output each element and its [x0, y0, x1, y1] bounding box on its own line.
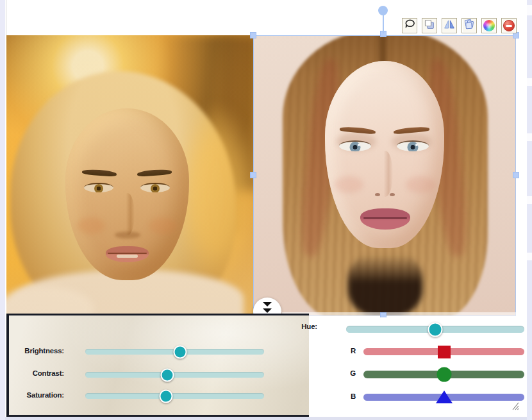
photo-art-nostril	[375, 193, 380, 196]
scrollbar-tick	[527, 5, 532, 15]
photo-art-face	[325, 61, 444, 248]
contrast-slider-thumb[interactable]	[161, 368, 174, 382]
chevron-down-icon	[263, 308, 272, 313]
photo-art-eye	[397, 140, 429, 151]
brightness-label: Brightness:	[8, 347, 64, 355]
green-channel-slider[interactable]	[363, 371, 524, 378]
scrollbar-tick	[527, 196, 532, 204]
selection-handle-mid-left[interactable]	[250, 172, 256, 178]
flip-horizontal-button[interactable]	[442, 18, 457, 33]
photo-editor-canvas: Brightness: Contrast: Saturation: Hue: R…	[0, 0, 532, 420]
photo-art-eye-highlight	[358, 144, 360, 146]
photo-art-eye-highlight	[415, 144, 418, 146]
brightness-slider[interactable]	[85, 349, 264, 355]
contrast-label: Contrast:	[8, 369, 64, 377]
blue-channel-slider-thumb[interactable]	[436, 391, 453, 403]
green-channel-slider-thumb[interactable]	[436, 367, 451, 382]
remove-button[interactable]	[501, 18, 517, 33]
photo-art-nose	[378, 151, 393, 197]
photo-art-lips	[360, 208, 410, 230]
scrollbar-tick	[527, 133, 532, 141]
canvas-edge-line	[6, 0, 6, 35]
scrollbar-track[interactable]	[527, 0, 532, 420]
photo-art-neck-shadow	[348, 251, 422, 316]
saturation-label: Saturation:	[8, 391, 64, 399]
lasso-select-button[interactable]	[402, 18, 417, 33]
photo-art-eye	[339, 140, 371, 151]
hue-label: Hue:	[285, 323, 317, 330]
photo-art-warm-overlay	[6, 35, 253, 317]
hue-slider[interactable]	[346, 326, 524, 333]
photo-art-mouth-line	[363, 217, 407, 219]
selection-handle-top-left[interactable]	[250, 32, 256, 38]
rotation-handle[interactable]	[378, 6, 388, 15]
duplicate-button[interactable]	[422, 18, 437, 33]
photo-art-blush	[334, 176, 363, 193]
photo-left-sunset-portrait[interactable]	[6, 35, 253, 317]
photo-art-nostril	[390, 193, 395, 196]
color-wheel-icon	[483, 20, 495, 31]
blue-channel-slider[interactable]	[363, 394, 524, 401]
photo-art-blush	[406, 176, 435, 193]
scrollbar-tick	[527, 78, 532, 86]
red-channel-slider-thumb[interactable]	[438, 346, 451, 358]
resize-grip-icon[interactable]	[510, 401, 520, 413]
images-stack-button[interactable]	[461, 18, 477, 33]
photo-right-studio-portrait[interactable]	[253, 35, 516, 316]
selection-bottom-fade	[282, 312, 517, 317]
green-channel-label: G	[330, 369, 356, 377]
brightness-slider-thumb[interactable]	[173, 345, 187, 358]
rotation-handle-stem	[383, 14, 384, 33]
lasso-icon	[404, 19, 415, 33]
hue-slider-thumb[interactable]	[428, 322, 443, 337]
duplicate-icon	[424, 19, 435, 33]
red-channel-slider[interactable]	[363, 348, 524, 355]
saturation-slider[interactable]	[85, 393, 264, 399]
saturation-slider-thumb[interactable]	[159, 389, 172, 403]
remove-circle-icon	[503, 20, 515, 31]
contrast-slider[interactable]	[85, 372, 264, 378]
images-stack-icon	[463, 19, 475, 33]
page-bottom-gutter	[0, 417, 532, 420]
toolbar	[402, 18, 517, 33]
selection-handle-mid-right[interactable]	[513, 172, 519, 178]
page-left-gutter	[0, 0, 5, 420]
adjust-panel	[6, 314, 309, 417]
red-channel-label: R	[330, 347, 356, 355]
blue-channel-label: B	[330, 392, 356, 400]
chevron-down-icon	[263, 302, 272, 307]
flip-horizontal-icon	[444, 19, 455, 33]
color-wheel-button[interactable]	[481, 18, 497, 33]
scrollbar-tick	[527, 253, 532, 260]
